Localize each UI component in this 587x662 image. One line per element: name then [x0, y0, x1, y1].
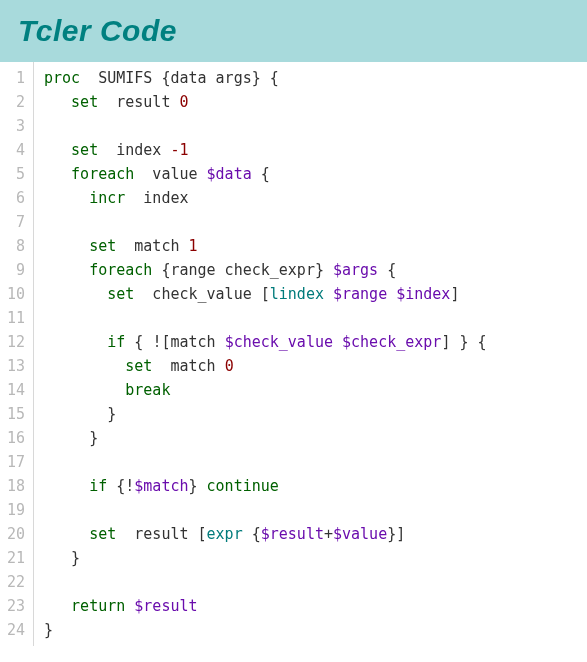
line-number: 17 [4, 450, 25, 474]
code-line [44, 450, 487, 474]
code-line: incr index [44, 186, 487, 210]
code-line: set result 0 [44, 90, 487, 114]
line-number: 10 [4, 282, 25, 306]
code-line: } [44, 618, 487, 642]
code-line [44, 498, 487, 522]
line-number: 9 [4, 258, 25, 282]
header: Tcler Code [0, 0, 587, 62]
code-line: foreach {range check_expr} $args { [44, 258, 487, 282]
code-block: 123456789101112131415161718192021222324 … [0, 62, 587, 646]
line-number: 14 [4, 378, 25, 402]
line-number: 18 [4, 474, 25, 498]
line-number: 6 [4, 186, 25, 210]
line-number: 13 [4, 354, 25, 378]
line-number: 19 [4, 498, 25, 522]
line-number: 12 [4, 330, 25, 354]
code-line: foreach value $data { [44, 162, 487, 186]
code-line [44, 210, 487, 234]
line-number: 1 [4, 66, 25, 90]
code-line: } [44, 426, 487, 450]
code-line: if { ![match $check_value $check_expr] }… [44, 330, 487, 354]
line-number-gutter: 123456789101112131415161718192021222324 [0, 62, 34, 646]
code-line: } [44, 546, 487, 570]
code-line: } [44, 402, 487, 426]
code-content: proc SUMIFS {data args} { set result 0 s… [34, 62, 487, 646]
line-number: 24 [4, 618, 25, 642]
line-number: 20 [4, 522, 25, 546]
line-number: 3 [4, 114, 25, 138]
line-number: 11 [4, 306, 25, 330]
code-line [44, 570, 487, 594]
code-line: set index -1 [44, 138, 487, 162]
line-number: 7 [4, 210, 25, 234]
line-number: 4 [4, 138, 25, 162]
code-line: break [44, 378, 487, 402]
line-number: 8 [4, 234, 25, 258]
line-number: 23 [4, 594, 25, 618]
code-line [44, 306, 487, 330]
code-line: return $result [44, 594, 487, 618]
line-number: 21 [4, 546, 25, 570]
code-line: set match 0 [44, 354, 487, 378]
page-title: Tcler Code [18, 14, 569, 48]
code-line: proc SUMIFS {data args} { [44, 66, 487, 90]
code-line [44, 114, 487, 138]
line-number: 16 [4, 426, 25, 450]
code-line: set result [expr {$result+$value}] [44, 522, 487, 546]
code-line: if {!$match} continue [44, 474, 487, 498]
line-number: 2 [4, 90, 25, 114]
code-line: set match 1 [44, 234, 487, 258]
line-number: 5 [4, 162, 25, 186]
code-line: set check_value [lindex $range $index] [44, 282, 487, 306]
line-number: 22 [4, 570, 25, 594]
line-number: 15 [4, 402, 25, 426]
